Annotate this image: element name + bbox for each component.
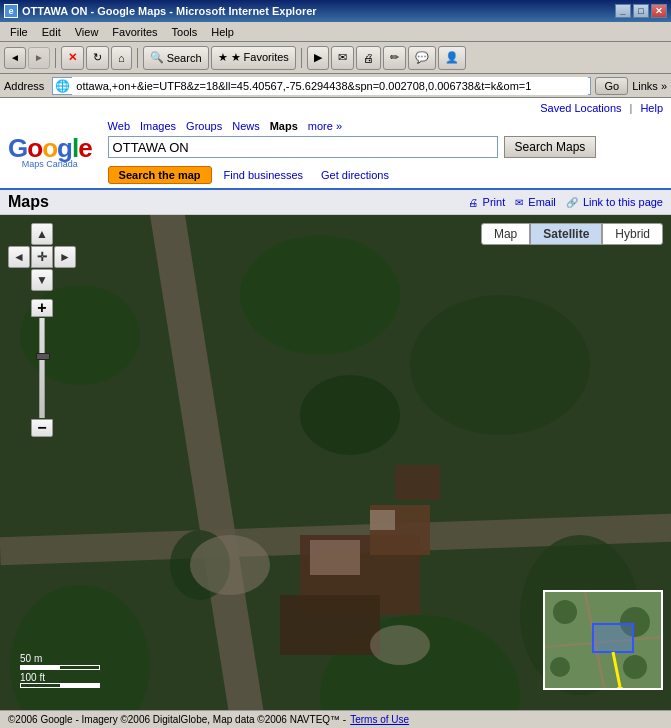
messenger-button[interactable]: 👤 [438,46,466,70]
menu-tools[interactable]: Tools [166,25,204,39]
link-action[interactable]: 🔗 Link to this page [566,196,663,208]
address-input[interactable] [72,77,588,95]
menu-favorites[interactable]: Favorites [106,25,163,39]
svg-point-17 [190,535,270,595]
refresh-icon: ↻ [93,51,102,64]
pan-left-button[interactable]: ◄ [8,246,30,268]
tab-search-map[interactable]: Search the map [108,166,212,184]
separator-3 [301,48,302,68]
zoom-out-button[interactable]: − [31,419,53,437]
close-button[interactable]: ✕ [651,4,667,18]
scale-bar: 50 m 100 ft [20,653,100,688]
hybrid-view-button[interactable]: Hybrid [602,223,663,245]
copyright-bar: ©2006 Google - Imagery ©2006 DigitalGlob… [0,710,671,728]
scale-metric: 50 m [20,653,100,664]
links-label: Links » [632,80,667,92]
help-link[interactable]: Help [640,102,663,114]
favorites-label: ★ Favorites [231,51,289,64]
svg-rect-28 [593,624,633,652]
google-header: Google Maps Canada Web Images Groups New… [0,118,671,188]
menu-bar: File Edit View Favorites Tools Help [0,22,671,42]
app-icon: e [4,4,18,18]
maps-search-button[interactable]: Search Maps [504,136,597,158]
mini-map[interactable] [543,590,663,690]
tab-get-directions[interactable]: Get directions [315,167,395,183]
menu-edit[interactable]: Edit [36,25,67,39]
map-controls: ▲ ◄ ✛ ► ▼ + − [8,223,76,437]
stop-button[interactable]: ✕ [61,46,84,70]
scale-ruler-imperial [20,683,100,688]
map-view-button[interactable]: Map [481,223,530,245]
forward-button[interactable]: ► [28,47,50,69]
email-icon: ✉ [515,197,523,208]
discuss-icon: 💬 [415,51,429,64]
print-action[interactable]: 🖨 Print [468,196,506,208]
window-title: OTTAWA ON - Google Maps - Microsoft Inte… [22,5,317,17]
address-bar: Address 🌐 Go Links » [0,74,671,98]
pan-down-button[interactable]: ▼ [31,269,53,291]
nav-links: Web Images Groups News Maps more » [108,120,663,132]
copyright-text: ©2006 Google - Imagery ©2006 DigitalGlob… [8,714,346,725]
svg-rect-20 [370,510,395,530]
svg-point-5 [410,295,590,435]
edit-button[interactable]: ✏ [383,46,406,70]
go-button[interactable]: Go [595,77,628,95]
address-label: Address [4,80,48,92]
terms-link[interactable]: Terms of Use [350,714,409,725]
link-label: Link to this page [583,196,663,208]
pan-center-button[interactable]: ✛ [31,246,53,268]
home-button[interactable]: ⌂ [111,46,132,70]
menu-view[interactable]: View [69,25,105,39]
satellite-view-button[interactable]: Satellite [530,223,602,245]
pan-up-button[interactable]: ▲ [31,223,53,245]
search-button[interactable]: 🔍 Search [143,46,209,70]
svg-rect-14 [395,465,440,500]
page-content: Saved Locations | Help Google Maps Canad… [0,98,671,728]
svg-rect-19 [310,540,360,575]
nav-web[interactable]: Web [108,120,130,132]
edit-icon: ✏ [390,51,399,64]
favorites-button[interactable]: ★ ★ Favorites [211,46,296,70]
top-links-bar: Saved Locations | Help [0,98,671,118]
nav-news[interactable]: News [232,120,260,132]
maps-tab-row: Search the map Find businesses Get direc… [108,164,663,184]
minimize-button[interactable]: _ [615,4,631,18]
nav-groups[interactable]: Groups [186,120,222,132]
scale-imperial: 100 ft [20,672,100,683]
nav-more[interactable]: more » [308,120,342,132]
refresh-button[interactable]: ↻ [86,46,109,70]
nav-images[interactable]: Images [140,120,176,132]
favorites-icon: ★ [218,51,228,64]
nav-maps[interactable]: Maps [270,120,298,132]
toolbar: ◄ ► ✕ ↻ ⌂ 🔍 Search ★ ★ Favorites ▶ ✉ 🖨 ✏… [0,42,671,74]
maximize-button[interactable]: □ [633,4,649,18]
map-container[interactable]: ▲ ◄ ✛ ► ▼ + − Map Satellite Hybrid 50 m … [0,215,671,710]
title-bar: e OTTAWA ON - Google Maps - Microsoft In… [0,0,671,22]
home-icon: ⌂ [118,52,125,64]
stop-icon: ✕ [68,51,77,64]
menu-help[interactable]: Help [205,25,240,39]
media-button[interactable]: ▶ [307,46,329,70]
zoom-in-button[interactable]: + [31,299,53,317]
email-action[interactable]: ✉ Email [515,196,556,208]
print-icon: 🖨 [363,52,374,64]
search-icon: 🔍 [150,51,164,64]
zoom-slider-handle[interactable] [36,353,50,360]
back-button[interactable]: ◄ [4,47,26,69]
maps-search-input[interactable] [108,136,498,158]
mini-map-svg [545,592,663,690]
address-icon: 🌐 [55,79,70,93]
discuss-button[interactable]: 💬 [408,46,436,70]
mail-button[interactable]: ✉ [331,46,354,70]
svg-point-18 [370,625,430,665]
messenger-icon: 👤 [445,51,459,64]
menu-file[interactable]: File [4,25,34,39]
tab-find-businesses[interactable]: Find businesses [218,167,310,183]
logo-text: Google [8,135,92,161]
saved-locations-link[interactable]: Saved Locations [540,102,621,114]
pan-right-button[interactable]: ► [54,246,76,268]
print-button[interactable]: 🖨 [356,46,381,70]
zoom-slider-track [39,318,45,418]
svg-point-27 [623,655,647,679]
scale-ruler-metric [20,665,100,670]
